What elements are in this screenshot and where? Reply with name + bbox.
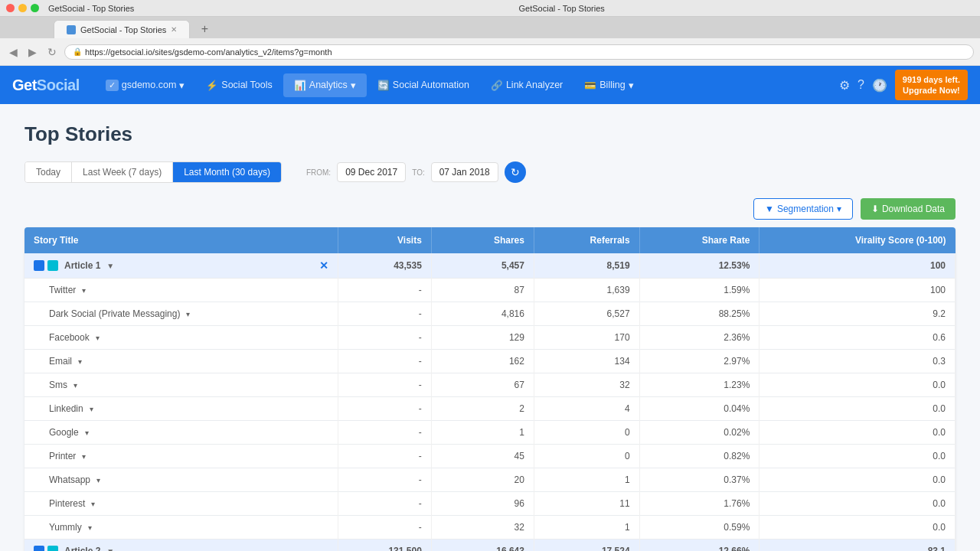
- cell-visits: -: [338, 445, 431, 468]
- cell-referrals: 170: [534, 326, 639, 350]
- cell-visits: -: [338, 516, 431, 540]
- browser-tab[interactable]: GetSocial - Top Stories ✕: [54, 20, 190, 38]
- nav-analytics-label: Analytics: [309, 80, 348, 90]
- collapse-icon[interactable]: ▼: [106, 262, 114, 270]
- refresh-dates-button[interactable]: ↻: [505, 161, 526, 183]
- cell-share-rate: 88.25%: [639, 302, 760, 326]
- article-icon-2: [47, 260, 58, 271]
- cell-share-rate: 12.66%: [639, 540, 760, 552]
- cell-virality: 0.0: [760, 373, 956, 397]
- channel-name: Printer: [49, 451, 76, 461]
- nav-item-link-analyzer[interactable]: 🔗 Link Analyzer: [480, 73, 573, 97]
- page-title: Top Stories: [24, 122, 956, 146]
- action-bar: ▼ Segmentation ▾ ⬇ Download Data: [24, 198, 956, 220]
- table-row[interactable]: Linkedin ▾ - 2 4 0.04% 0.0: [24, 397, 956, 421]
- nav-item-social-tools[interactable]: ⚡ Social Tools: [195, 73, 283, 97]
- table-row[interactable]: Pinterest ▾ - 96 11 1.76% 0.0: [24, 492, 956, 516]
- address-input-box[interactable]: 🔒 https://getsocial.io/sites/gsdemo-com/…: [64, 44, 974, 60]
- table-row[interactable]: Yummly ▾ - 32 1 0.59% 0.0: [24, 516, 956, 540]
- channel-expand-icon[interactable]: ▾: [78, 357, 82, 366]
- tab-last-month[interactable]: Last Month (30 days): [173, 162, 281, 182]
- channel-expand-icon[interactable]: ▾: [96, 334, 100, 342]
- cell-shares: 32: [431, 516, 534, 540]
- browser-address-bar: ◀ ▶ ↻ 🔒 https://getsocial.io/sites/gsdem…: [0, 38, 980, 66]
- table-row[interactable]: Article 1 ▼ ✕ 43,535 5,457 8,519 12.53% …: [24, 253, 956, 279]
- cell-shares: 96: [431, 492, 534, 516]
- channel-expand-icon[interactable]: ▾: [74, 381, 77, 390]
- cell-referrals: 1: [534, 468, 639, 492]
- cell-referrals: 1: [534, 516, 639, 540]
- cell-virality: 0.0: [760, 492, 956, 516]
- channel-expand-icon[interactable]: ▾: [96, 476, 100, 484]
- cell-share-rate: 1.23%: [639, 373, 760, 397]
- table-header-row: Story Title Visits Shares Referrals Shar…: [24, 227, 956, 253]
- to-date-input[interactable]: 07 Jan 2018: [431, 162, 498, 182]
- cell-title: Article 2 ▼: [24, 540, 338, 552]
- table-row[interactable]: Sms ▾ - 67 32 1.23% 0.0: [24, 373, 956, 397]
- cell-virality: 0.0: [760, 397, 956, 421]
- download-data-button[interactable]: ⬇ Download Data: [861, 198, 956, 220]
- tab-label: GetSocial - Top Stories: [80, 25, 166, 34]
- cell-shares: 162: [431, 350, 534, 373]
- cell-shares: 5,457: [431, 253, 534, 279]
- from-date-input[interactable]: 09 Dec 2017: [337, 162, 406, 182]
- table-row[interactable]: Printer ▾ - 45 0 0.82% 0.0: [24, 445, 956, 468]
- back-button[interactable]: ◀: [6, 44, 21, 60]
- channel-expand-icon[interactable]: ▾: [88, 523, 92, 532]
- app-logo[interactable]: GetSocial: [12, 77, 80, 94]
- channel-expand-icon[interactable]: ▾: [90, 405, 93, 413]
- cell-shares: 2: [431, 397, 534, 421]
- channel-expand-icon[interactable]: ▾: [82, 452, 86, 461]
- channel-expand-icon[interactable]: ▾: [82, 286, 86, 295]
- nav-item-analytics[interactable]: 📊 Analytics ▾: [283, 73, 367, 97]
- table-row[interactable]: Whatsapp ▾ - 20 1 0.37% 0.0: [24, 468, 956, 492]
- nav-item-site[interactable]: ✓ gsdemo.com ▾: [95, 73, 196, 97]
- upgrade-button[interactable]: 9919 days left. Upgrade Now!: [895, 70, 968, 101]
- table-row[interactable]: Dark Social (Private Messaging) ▾ - 4,81…: [24, 302, 956, 326]
- seg-arrow: ▾: [837, 204, 841, 214]
- channel-name: Twitter: [49, 285, 76, 295]
- tab-today[interactable]: Today: [25, 162, 72, 182]
- cell-referrals: 4: [534, 397, 639, 421]
- tab-favicon: [67, 25, 76, 34]
- new-tab-button[interactable]: +: [201, 22, 208, 36]
- table-row[interactable]: Email ▾ - 162 134 2.97% 0.3: [24, 350, 956, 373]
- cell-channel-title: Dark Social (Private Messaging) ▾: [24, 302, 338, 326]
- filter-bar: Today Last Week (7 days) Last Month (30 …: [24, 161, 956, 183]
- expand-icon[interactable]: ▼: [106, 547, 114, 552]
- col-header-share-rate: Share Rate: [639, 227, 760, 253]
- cell-referrals: 1,639: [534, 279, 639, 302]
- link-icon: 🔗: [491, 80, 503, 91]
- secure-icon: 🔒: [73, 47, 82, 56]
- tab-close-button[interactable]: ✕: [171, 25, 177, 34]
- channel-expand-icon[interactable]: ▾: [186, 310, 190, 318]
- channel-expand-icon[interactable]: ▾: [91, 500, 95, 508]
- tab-last-week[interactable]: Last Week (7 days): [72, 162, 173, 182]
- segmentation-button[interactable]: ▼ Segmentation ▾: [753, 198, 853, 220]
- table-row[interactable]: Facebook ▾ - 129 170 2.36% 0.6: [24, 326, 956, 350]
- cell-share-rate: 2.97%: [639, 350, 760, 373]
- channel-name: Linkedin: [49, 403, 83, 414]
- channel-expand-icon[interactable]: ▾: [85, 429, 89, 437]
- nav-item-social-automation[interactable]: 🔄 Social Automation: [367, 73, 480, 97]
- date-range-picker: FROM: 09 Dec 2017 TO: 07 Jan 2018 ↻: [306, 161, 526, 183]
- nav-item-billing[interactable]: 💳 Billing ▾: [573, 73, 644, 97]
- table-row[interactable]: Article 2 ▼ 131,500 16,643 17,524 12.66%…: [24, 540, 956, 552]
- segmentation-label: Segmentation: [777, 204, 834, 214]
- help-icon[interactable]: ?: [858, 78, 864, 92]
- col-header-virality: Virality Score (0-100): [760, 227, 956, 253]
- table-row[interactable]: Google ▾ - 1 0 0.02% 0.0: [24, 421, 956, 445]
- billing-arrow: ▾: [629, 80, 634, 91]
- col-header-visits: Visits: [338, 227, 431, 253]
- history-icon[interactable]: 🕐: [872, 78, 887, 93]
- table-row[interactable]: Twitter ▾ - 87 1,639 1.59% 100: [24, 279, 956, 302]
- settings-icon[interactable]: ⚙: [839, 78, 850, 93]
- close-icon[interactable]: ✕: [319, 259, 328, 272]
- cell-virality: 0.0: [760, 445, 956, 468]
- forward-button[interactable]: ▶: [25, 44, 40, 60]
- cell-channel-title: Whatsapp ▾: [24, 468, 338, 492]
- cell-channel-title: Linkedin ▾: [24, 397, 338, 421]
- cell-channel-title: Pinterest ▾: [24, 492, 338, 516]
- refresh-button[interactable]: ↻: [44, 44, 60, 60]
- channel-name: Yummly: [49, 522, 82, 533]
